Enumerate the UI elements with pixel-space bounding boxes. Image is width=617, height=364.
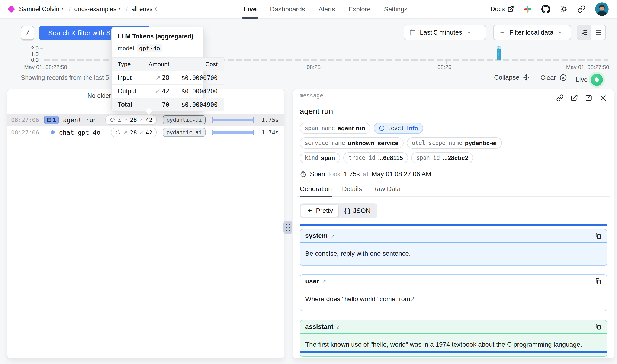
badge-otel-scope-name[interactable]: otel_scope_name pydantic-ai — [407, 138, 502, 149]
tree-view-button[interactable] — [577, 25, 591, 40]
input-arrow-icon: ↗ — [156, 74, 161, 81]
span-diamond-icon — [50, 130, 55, 135]
dock-panel-icon[interactable] — [585, 94, 592, 102]
col-type: Type — [112, 58, 143, 71]
copy-icon[interactable] — [595, 323, 602, 330]
badge-trace-id[interactable]: trace_id ...6c8115 — [343, 152, 408, 163]
nav-tab-explore[interactable]: Explore — [349, 0, 371, 19]
app-root: Samuel Colvin / docs-examples / all envs… — [0, 0, 617, 364]
json-label: JSON — [353, 207, 371, 214]
live-toggle[interactable]: Live — [576, 74, 603, 86]
panel-resize-handle[interactable] — [283, 221, 292, 234]
role-label: assistant — [305, 323, 333, 330]
external-link-icon — [508, 6, 514, 12]
env-name: all envs — [131, 6, 153, 13]
table-row-input: Input ↗28 $0.0000700 — [112, 71, 223, 85]
slash-shortcut-key[interactable]: / — [21, 26, 34, 40]
open-external-icon[interactable] — [571, 94, 578, 102]
panel-actions — [556, 94, 607, 102]
nav-tab-alerts[interactable]: Alerts — [318, 0, 335, 19]
trace-rows: 08:27:06 ⊟1 agent run Σ ↗ 28 ↙ 42 pydant… — [7, 114, 284, 139]
took-word: took — [328, 170, 341, 178]
collapse-count-badge[interactable]: ⊟1 — [44, 116, 59, 124]
pretty-toggle-button[interactable]: Pretty — [301, 205, 338, 217]
stopwatch-icon — [300, 171, 307, 178]
row-timestamp: 08:27:06 — [11, 129, 41, 136]
tab-raw-data[interactable]: Raw Data — [372, 185, 401, 196]
trace-row-agent-run[interactable]: 08:27:06 ⊟1 agent run Σ ↗ 28 ↙ 42 pydant… — [7, 114, 284, 126]
slack-icon[interactable] — [524, 5, 532, 13]
token-usage-pill[interactable]: ↗ 28 ↙ 42 — [111, 128, 157, 137]
json-toggle-button[interactable]: { } JSON — [338, 205, 376, 217]
share-link-icon[interactable] — [578, 5, 585, 13]
message-card-system: system ↗ Be concise, reply with one sent… — [300, 229, 607, 266]
breadcrumb-project[interactable]: docs-examples — [74, 6, 122, 13]
sigma-aggregate-icon: Σ — [118, 117, 121, 123]
scope-chip[interactable]: pydantic-ai — [163, 116, 206, 124]
nav-tab-settings[interactable]: Settings — [384, 0, 407, 19]
y-tick-1: 1.0 — [22, 51, 39, 57]
main-nav: Live Dashboards Alerts Explore Settings — [244, 0, 407, 19]
breadcrumb-separator: / — [69, 6, 70, 13]
breadcrumb-org[interactable]: Samuel Colvin — [19, 6, 65, 13]
breadcrumb-env[interactable]: all envs — [131, 6, 158, 13]
badge-span-id[interactable]: span_id ...28cbc2 — [411, 152, 473, 163]
circle-x-icon — [559, 74, 567, 82]
collapse-icon — [523, 74, 530, 81]
theme-sun-icon[interactable] — [560, 5, 568, 13]
message-header: system ↗ — [300, 229, 607, 242]
clear-button[interactable]: Clear — [540, 74, 567, 82]
copy-icon[interactable] — [595, 232, 602, 239]
badge-span-name[interactable]: span_name agent run — [300, 123, 370, 134]
output-arrow-icon: ↙ — [139, 130, 143, 135]
collapse-label: Collapse — [494, 74, 519, 81]
github-icon[interactable] — [541, 5, 550, 13]
span-detail-panel: message agent run span_name agent run le… — [293, 89, 614, 359]
direction-arrow-icon: ↗ — [322, 278, 326, 284]
calendar-icon — [409, 29, 416, 36]
tab-details[interactable]: Details — [342, 185, 362, 196]
pretty-label: Pretty — [316, 207, 333, 214]
table-row-total: Total 70 $0.0004900 — [112, 98, 223, 112]
duration-text: 1.75s — [254, 117, 279, 123]
org-name: Samuel Colvin — [19, 6, 59, 13]
badge-level[interactable]: level Info — [374, 123, 423, 134]
header-actions: Docs — [490, 2, 609, 16]
duration-bar — [212, 117, 254, 123]
braces-icon: { } — [344, 207, 350, 214]
collapse-button[interactable]: Collapse — [494, 74, 530, 81]
took-duration: 1.75s — [344, 170, 360, 178]
chevron-updown-icon — [155, 6, 158, 12]
badge-service-name[interactable]: service_name unknown_service — [300, 138, 404, 149]
collapse-box-icon: ⊟ — [47, 117, 52, 123]
child-count: 1 — [53, 117, 56, 123]
scope-chip[interactable]: pydantic-ai — [163, 128, 206, 137]
input-tokens: 28 — [130, 117, 137, 123]
view-mode-toggle — [577, 25, 606, 40]
role-label: user — [305, 277, 319, 285]
span-title: agent run — [300, 107, 610, 116]
tab-generation[interactable]: Generation — [300, 185, 332, 196]
copy-icon[interactable] — [595, 278, 602, 285]
filter-local-data-dropdown[interactable]: Filter local data — [493, 25, 571, 40]
close-panel-icon[interactable] — [599, 94, 607, 102]
direction-arrow-icon: ↙ — [336, 324, 340, 330]
avatar[interactable] — [595, 2, 609, 16]
docs-link[interactable]: Docs — [490, 6, 514, 13]
tokens-table: Type Amount Cost Input ↗28 $0.0000700 Ou… — [112, 57, 223, 111]
badge-kind[interactable]: kind span — [300, 152, 340, 163]
nav-tab-dashboards[interactable]: Dashboards — [270, 0, 305, 19]
nav-tab-live[interactable]: Live — [244, 0, 257, 19]
y-tick-0: 0.0 — [22, 57, 39, 63]
output-arrow-icon: ↙ — [156, 88, 161, 95]
trace-row-chat-gpt4o[interactable]: 08:27:06 chat gpt-4o ↗ 28 ↙ 42 pydantic-… — [7, 126, 284, 139]
top-header: Samuel Colvin / docs-examples / all envs… — [0, 0, 617, 19]
timeline-rail-top — [300, 224, 607, 226]
row-timestamp: 08:27:06 — [11, 117, 41, 123]
output-arrow-icon: ↙ — [139, 117, 143, 123]
list-view-button[interactable] — [591, 25, 605, 40]
copy-link-icon[interactable] — [556, 94, 564, 102]
output-tokens: 42 — [146, 117, 153, 123]
time-range-dropdown[interactable]: Last 5 minutes — [404, 25, 486, 40]
token-usage-pill[interactable]: Σ ↗ 28 ↙ 42 — [105, 115, 157, 125]
